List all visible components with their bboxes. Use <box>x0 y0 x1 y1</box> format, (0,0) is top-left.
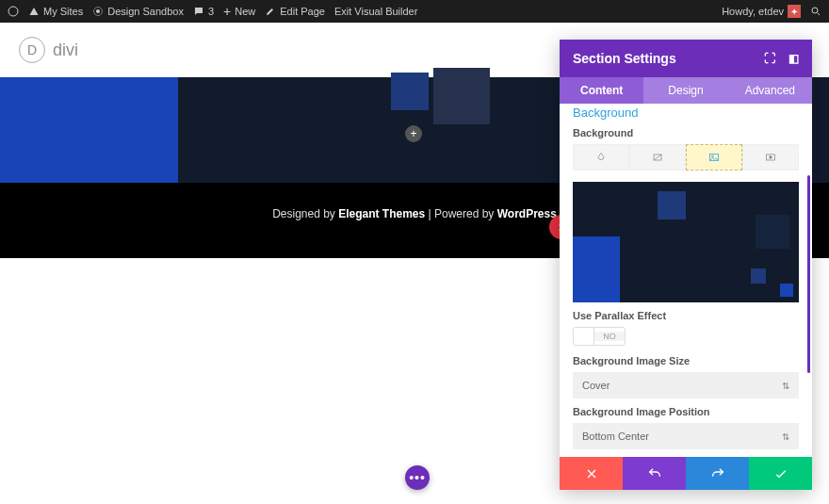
bg-size-select[interactable]: Cover ⇅ <box>573 372 799 398</box>
add-section-button[interactable]: + <box>405 125 422 142</box>
bg-tab-gradient[interactable] <box>629 144 686 171</box>
label-parallax: Use Parallax Effect <box>573 310 799 321</box>
footer-cms[interactable]: WordPress <box>497 207 557 220</box>
panel-actions <box>560 457 812 490</box>
background-preview[interactable] <box>573 182 799 302</box>
scroll-handle[interactable] <box>807 175 810 373</box>
avatar: ✦ <box>788 5 801 18</box>
parallax-toggle[interactable]: NO <box>573 327 626 346</box>
svg-point-6 <box>712 155 714 157</box>
label-background: Background <box>573 127 799 138</box>
save-button[interactable] <box>749 457 812 490</box>
svg-point-3 <box>812 8 818 13</box>
wp-admin-bar: My Sites Design Sandbox 3 +New Edit Page… <box>0 0 829 23</box>
logo-mark: D <box>19 37 45 63</box>
close-button[interactable] <box>560 457 623 490</box>
tab-advanced[interactable]: Advanced <box>728 77 812 104</box>
bg-tab-video[interactable] <box>742 144 799 171</box>
panel-body: Background Background Use Parallax Effec… <box>560 104 812 457</box>
wp-logo[interactable] <box>8 6 19 17</box>
preview-block <box>751 268 766 284</box>
site-name[interactable]: Design Sandbox <box>92 6 184 17</box>
preview-block <box>573 236 620 302</box>
logo-text: divi <box>53 41 78 60</box>
select-value: Cover <box>582 380 610 391</box>
builder-fab[interactable]: ••• <box>405 465 430 490</box>
svg-point-0 <box>8 7 18 16</box>
preview-block <box>780 284 793 297</box>
label-bg-position: Background Image Position <box>573 406 799 417</box>
my-sites[interactable]: My Sites <box>28 6 83 17</box>
tab-design[interactable]: Design <box>643 77 727 104</box>
hero-block <box>0 77 178 183</box>
svg-point-1 <box>96 9 100 13</box>
search-icon[interactable] <box>810 6 821 17</box>
preview-block <box>756 215 789 249</box>
hero-block <box>433 68 490 124</box>
footer-text: | Powered by <box>425 207 497 220</box>
settings-panel: Section Settings ⛶ ◧ Content Design Adva… <box>560 40 812 490</box>
select-value: Bottom Center <box>582 431 649 442</box>
footer-brand[interactable]: Elegant Themes <box>338 207 425 220</box>
toggle-label: NO <box>594 332 625 341</box>
background-type-tabs <box>573 144 799 171</box>
accordion-title[interactable]: Background <box>573 106 799 120</box>
new-content[interactable]: +New <box>223 4 255 19</box>
expand-icon[interactable]: ⛶ <box>764 52 775 65</box>
chevron-updown-icon: ⇅ <box>782 381 789 391</box>
chevron-updown-icon: ⇅ <box>782 431 789 442</box>
bg-position-select[interactable]: Bottom Center ⇅ <box>573 423 799 449</box>
panel-tabs: Content Design Advanced <box>560 77 812 104</box>
edit-page[interactable]: Edit Page <box>265 6 325 17</box>
exit-visual-builder[interactable]: Exit Visual Builder <box>334 6 417 17</box>
footer-text: Designed by <box>272 207 338 220</box>
preview-block <box>658 191 686 219</box>
label-bg-size: Background Image Size <box>573 355 799 366</box>
panel-title: Section Settings <box>573 51 676 66</box>
howdy-user[interactable]: Howdy, etdev✦ <box>722 5 801 18</box>
panel-titlebar[interactable]: Section Settings ⛶ ◧ <box>560 40 812 77</box>
snap-icon[interactable]: ◧ <box>788 52 799 65</box>
divi-logo[interactable]: D divi <box>19 37 78 63</box>
redo-button[interactable] <box>686 457 749 490</box>
toggle-knob <box>574 328 594 345</box>
hero-block <box>391 73 429 110</box>
tab-content[interactable]: Content <box>560 77 643 104</box>
bg-tab-image[interactable] <box>686 144 742 171</box>
undo-button[interactable] <box>623 457 686 490</box>
bg-tab-color[interactable] <box>573 144 629 171</box>
comments[interactable]: 3 <box>193 6 214 17</box>
